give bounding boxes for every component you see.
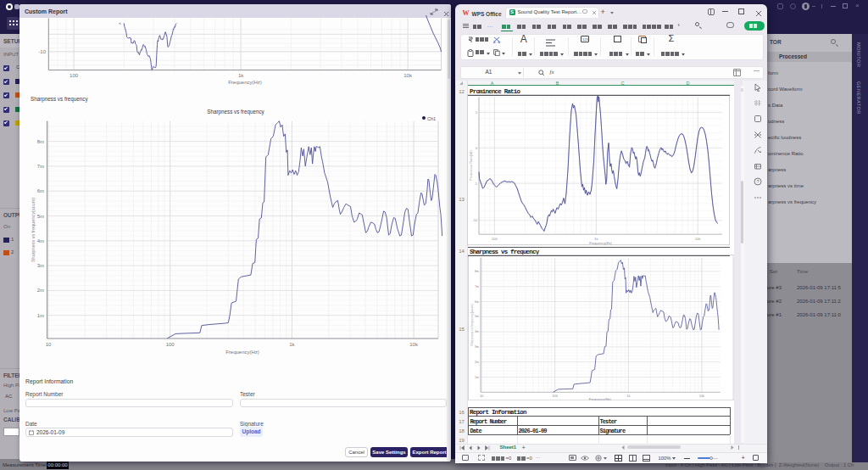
svg-text:2m: 2m [475,361,479,364]
svg-text:8m: 8m [37,139,44,144]
svg-text:Sharpness vs frequency(acum): Sharpness vs frequency(acum) [31,198,36,262]
svg-text:Frequency(Hz): Frequency(Hz) [589,397,612,400]
svg-text:8m: 8m [475,270,479,273]
svg-text:4m: 4m [37,238,44,243]
svg-text:3m: 3m [37,263,44,268]
svg-text:Frequency(Hz): Frequency(Hz) [589,241,612,245]
svg-text:1k: 1k [238,73,244,78]
svg-text:6m: 6m [475,300,479,304]
svg-text:2m: 2m [37,288,44,293]
svg-text:1m: 1m [475,376,479,379]
svg-text:100: 100 [552,394,558,398]
svg-text:Frequency(Hz): Frequency(Hz) [225,350,259,355]
svg-text:10k: 10k [409,342,419,347]
svg-text:10: 10 [480,394,484,398]
svg-text:Prominence Ratio(dB): Prominence Ratio(dB) [470,150,473,180]
svg-text:10k: 10k [699,394,704,398]
svg-text:-10: -10 [473,219,478,222]
svg-text:-10: -10 [38,49,46,54]
svg-text:100: 100 [70,73,79,78]
svg-text:?: ? [756,179,759,184]
svg-text:100: 100 [492,237,498,241]
svg-text:Ch1: Ch1 [427,116,436,121]
svg-text:Sharpness vs frequency: Sharpness vs frequency [207,109,264,115]
svg-text:6m: 6m [37,188,44,193]
svg-text:-5: -5 [475,182,477,186]
svg-text:7m: 7m [475,285,479,288]
svg-text:5m: 5m [37,214,44,219]
svg-text:10k: 10k [695,237,700,241]
svg-text:10k: 10k [403,73,413,78]
svg-text:1k: 1k [626,394,630,398]
svg-text:0: 0 [476,147,477,150]
svg-text:1m: 1m [37,313,44,318]
svg-text:5: 5 [476,111,477,115]
svg-text:7m: 7m [37,164,44,169]
svg-text:3m: 3m [475,345,479,349]
svg-text:1k: 1k [289,342,295,347]
svg-text:Sharpness vs frequency(acum): Sharpness vs frequency(acum) [470,305,474,347]
svg-text:100: 100 [166,342,175,347]
svg-text:Frequency(Hz): Frequency(Hz) [228,80,262,85]
svg-text:4m: 4m [475,331,479,334]
svg-text:5m: 5m [475,316,479,319]
svg-text:10: 10 [46,342,52,347]
